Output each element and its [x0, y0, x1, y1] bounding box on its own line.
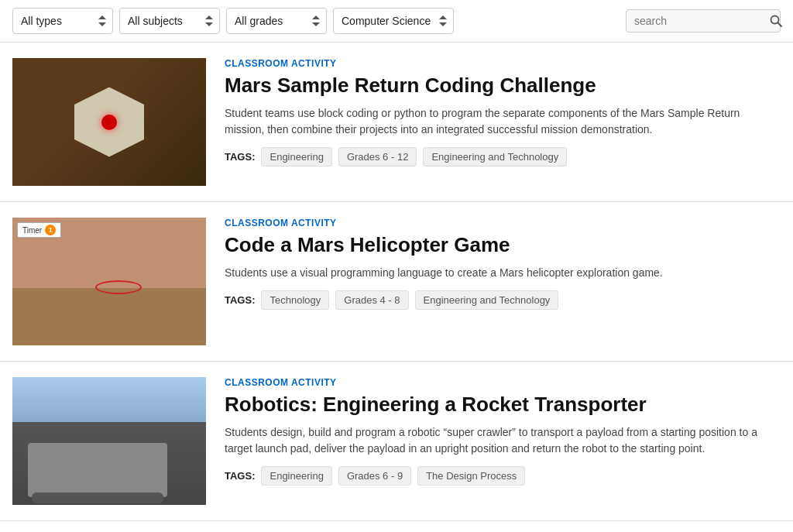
- tags-row: TAGS: Engineering Grades 6 - 9 The Desig…: [225, 466, 781, 486]
- tags-label: TAGS:: [225, 151, 255, 163]
- activity-info: CLASSROOM ACTIVITY Mars Sample Return Co…: [225, 58, 781, 166]
- search-input[interactable]: [634, 15, 770, 27]
- tag[interactable]: Grades 4 - 8: [335, 290, 408, 310]
- tag[interactable]: The Design Process: [417, 466, 525, 486]
- tag[interactable]: Engineering and Technology: [415, 290, 559, 310]
- tag[interactable]: Engineering: [261, 147, 331, 166]
- filter-bar: All types All subjects All grades Comput…: [0, 0, 793, 43]
- search-button[interactable]: [770, 15, 782, 27]
- activity-item: CLASSROOM ACTIVITY Robotics: Engineering…: [0, 362, 793, 521]
- category-label: CLASSROOM ACTIVITY: [225, 377, 781, 388]
- activity-thumbnail: [12, 377, 206, 505]
- types-filter[interactable]: All types: [12, 8, 113, 34]
- activity-title[interactable]: Code a Mars Helicopter Game: [225, 233, 781, 257]
- grades-filter[interactable]: All grades: [226, 8, 327, 34]
- activity-info: CLASSROOM ACTIVITY Code a Mars Helicopte…: [225, 218, 781, 310]
- subjects-filter[interactable]: All subjects: [119, 8, 220, 34]
- tags-label: TAGS:: [225, 294, 255, 306]
- category-label: CLASSROOM ACTIVITY: [225, 58, 781, 69]
- tag[interactable]: Engineering: [261, 466, 331, 486]
- activity-item: CLASSROOM ACTIVITY Mars Sample Return Co…: [0, 43, 793, 202]
- tags-row: TAGS: Engineering Grades 6 - 12 Engineer…: [225, 147, 781, 166]
- tags-row: TAGS: Technology Grades 4 - 8 Engineerin…: [225, 290, 781, 310]
- activity-description: Student teams use block coding or python…: [225, 105, 781, 138]
- content-area: CLASSROOM ACTIVITY Mars Sample Return Co…: [0, 43, 793, 521]
- search-wrapper: [626, 9, 781, 33]
- activity-title[interactable]: Robotics: Engineering a Rocket Transport…: [225, 393, 781, 417]
- tag[interactable]: Grades 6 - 9: [338, 466, 411, 486]
- activity-title[interactable]: Mars Sample Return Coding Challenge: [225, 74, 781, 98]
- tag[interactable]: Engineering and Technology: [423, 147, 567, 166]
- category-label: CLASSROOM ACTIVITY: [225, 218, 781, 228]
- svg-line-1: [778, 23, 782, 27]
- activity-description: Students design, build and program a rob…: [225, 424, 781, 457]
- tag[interactable]: Grades 6 - 12: [338, 147, 417, 166]
- tag[interactable]: Technology: [261, 290, 329, 310]
- activity-thumbnail: Timer 1: [12, 218, 206, 345]
- activity-info: CLASSROOM ACTIVITY Robotics: Engineering…: [225, 377, 781, 486]
- activity-thumbnail: [12, 58, 206, 186]
- subject-filter[interactable]: Computer Science: [333, 8, 454, 34]
- tags-label: TAGS:: [225, 470, 255, 482]
- search-icon: [770, 15, 782, 27]
- activity-item: Timer 1 CLASSROOM ACTIVITY Code a Mars H…: [0, 202, 793, 362]
- activity-description: Students use a visual programming langua…: [225, 265, 781, 281]
